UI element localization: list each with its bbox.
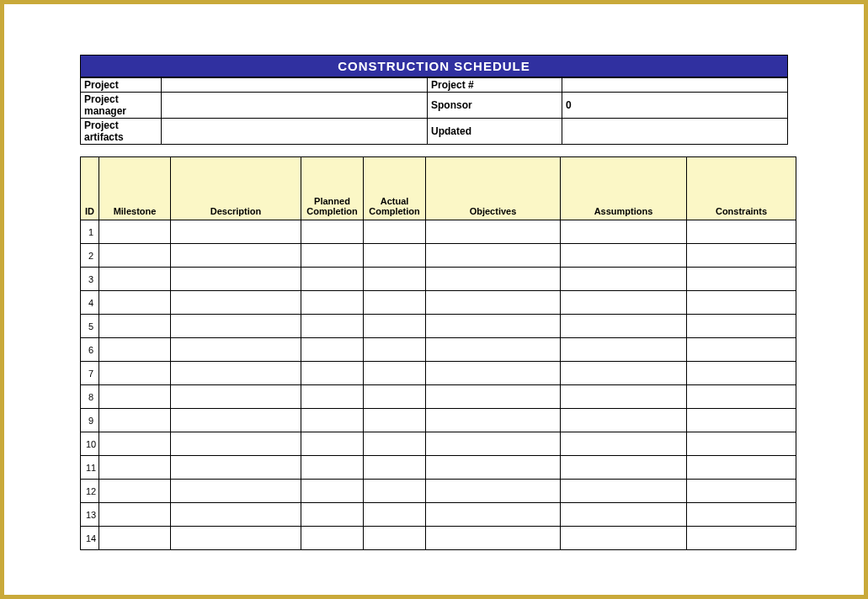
- sponsor-value[interactable]: 0: [562, 93, 788, 119]
- cell-milestone[interactable]: [99, 244, 171, 268]
- cell-planned[interactable]: [301, 338, 364, 362]
- project-num-value[interactable]: [562, 78, 788, 93]
- cell-assumptions[interactable]: [561, 268, 687, 291]
- cell-description[interactable]: [171, 385, 301, 409]
- cell-assumptions[interactable]: [561, 362, 687, 385]
- cell-id[interactable]: 6: [81, 338, 99, 362]
- cell-constraints[interactable]: [687, 456, 796, 480]
- cell-assumptions[interactable]: [561, 315, 687, 338]
- cell-milestone[interactable]: [99, 385, 171, 409]
- cell-actual[interactable]: [364, 291, 426, 315]
- cell-assumptions[interactable]: [561, 409, 687, 432]
- cell-actual[interactable]: [364, 220, 426, 244]
- cell-actual[interactable]: [364, 362, 426, 385]
- cell-actual[interactable]: [364, 527, 426, 550]
- cell-description[interactable]: [171, 291, 301, 315]
- cell-id[interactable]: 2: [81, 244, 99, 268]
- cell-planned[interactable]: [301, 409, 364, 432]
- cell-id[interactable]: 12: [81, 480, 99, 503]
- cell-planned[interactable]: [301, 291, 364, 315]
- cell-description[interactable]: [171, 220, 301, 244]
- cell-assumptions[interactable]: [561, 291, 687, 315]
- pm-value[interactable]: [162, 93, 428, 119]
- cell-objectives[interactable]: [426, 385, 561, 409]
- cell-milestone[interactable]: [99, 362, 171, 385]
- cell-objectives[interactable]: [426, 456, 561, 480]
- cell-planned[interactable]: [301, 480, 364, 503]
- cell-milestone[interactable]: [99, 432, 171, 456]
- cell-constraints[interactable]: [687, 385, 796, 409]
- cell-objectives[interactable]: [426, 244, 561, 268]
- cell-actual[interactable]: [364, 432, 426, 456]
- cell-planned[interactable]: [301, 268, 364, 291]
- cell-planned[interactable]: [301, 385, 364, 409]
- cell-actual[interactable]: [364, 456, 426, 480]
- cell-objectives[interactable]: [426, 220, 561, 244]
- cell-planned[interactable]: [301, 220, 364, 244]
- cell-description[interactable]: [171, 362, 301, 385]
- cell-milestone[interactable]: [99, 503, 171, 527]
- cell-actual[interactable]: [364, 244, 426, 268]
- cell-constraints[interactable]: [687, 244, 796, 268]
- cell-actual[interactable]: [364, 503, 426, 527]
- cell-constraints[interactable]: [687, 409, 796, 432]
- cell-id[interactable]: 1: [81, 220, 99, 244]
- cell-planned[interactable]: [301, 362, 364, 385]
- cell-id[interactable]: 13: [81, 503, 99, 527]
- cell-objectives[interactable]: [426, 503, 561, 527]
- cell-planned[interactable]: [301, 456, 364, 480]
- cell-milestone[interactable]: [99, 315, 171, 338]
- cell-assumptions[interactable]: [561, 480, 687, 503]
- cell-planned[interactable]: [301, 432, 364, 456]
- cell-milestone[interactable]: [99, 291, 171, 315]
- cell-description[interactable]: [171, 409, 301, 432]
- cell-id[interactable]: 9: [81, 409, 99, 432]
- cell-objectives[interactable]: [426, 480, 561, 503]
- cell-description[interactable]: [171, 503, 301, 527]
- cell-objectives[interactable]: [426, 338, 561, 362]
- cell-description[interactable]: [171, 315, 301, 338]
- cell-constraints[interactable]: [687, 291, 796, 315]
- cell-assumptions[interactable]: [561, 385, 687, 409]
- cell-id[interactable]: 4: [81, 291, 99, 315]
- cell-assumptions[interactable]: [561, 503, 687, 527]
- cell-assumptions[interactable]: [561, 432, 687, 456]
- cell-assumptions[interactable]: [561, 338, 687, 362]
- cell-assumptions[interactable]: [561, 220, 687, 244]
- cell-description[interactable]: [171, 480, 301, 503]
- artifacts-value[interactable]: [162, 119, 428, 145]
- cell-actual[interactable]: [364, 338, 426, 362]
- cell-objectives[interactable]: [426, 527, 561, 550]
- cell-assumptions[interactable]: [561, 527, 687, 550]
- cell-id[interactable]: 10: [81, 432, 99, 456]
- cell-actual[interactable]: [364, 385, 426, 409]
- cell-constraints[interactable]: [687, 220, 796, 244]
- cell-actual[interactable]: [364, 268, 426, 291]
- cell-constraints[interactable]: [687, 432, 796, 456]
- cell-milestone[interactable]: [99, 338, 171, 362]
- cell-objectives[interactable]: [426, 291, 561, 315]
- cell-id[interactable]: 11: [81, 456, 99, 480]
- cell-description[interactable]: [171, 338, 301, 362]
- cell-description[interactable]: [171, 456, 301, 480]
- cell-constraints[interactable]: [687, 362, 796, 385]
- cell-milestone[interactable]: [99, 456, 171, 480]
- cell-id[interactable]: 5: [81, 315, 99, 338]
- cell-id[interactable]: 8: [81, 385, 99, 409]
- cell-constraints[interactable]: [687, 268, 796, 291]
- cell-actual[interactable]: [364, 409, 426, 432]
- cell-planned[interactable]: [301, 527, 364, 550]
- cell-objectives[interactable]: [426, 362, 561, 385]
- cell-milestone[interactable]: [99, 268, 171, 291]
- cell-milestone[interactable]: [99, 480, 171, 503]
- cell-planned[interactable]: [301, 315, 364, 338]
- cell-assumptions[interactable]: [561, 244, 687, 268]
- cell-description[interactable]: [171, 244, 301, 268]
- cell-planned[interactable]: [301, 244, 364, 268]
- cell-constraints[interactable]: [687, 338, 796, 362]
- cell-id[interactable]: 3: [81, 268, 99, 291]
- cell-description[interactable]: [171, 527, 301, 550]
- cell-objectives[interactable]: [426, 268, 561, 291]
- cell-objectives[interactable]: [426, 315, 561, 338]
- updated-value[interactable]: [562, 119, 788, 145]
